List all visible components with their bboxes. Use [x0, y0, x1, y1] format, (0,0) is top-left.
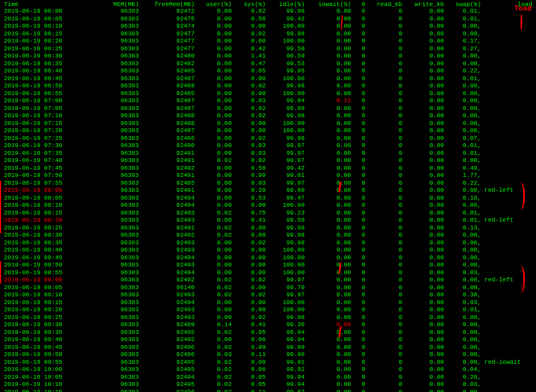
- cell-2-2: 92474: [140, 23, 196, 30]
- cell-35-6: 0.00: [306, 269, 353, 277]
- cell-22-6: 0.00: [306, 172, 353, 180]
- cell-10-11: [483, 82, 534, 90]
- cell-14-3: 0.00: [196, 112, 233, 120]
- cell-42-1: 96383: [95, 321, 140, 329]
- cell-9-10: 0.01,: [446, 75, 483, 83]
- cell-3-2: 92477: [140, 30, 196, 38]
- cell-47-11: red-iowait: [483, 359, 534, 367]
- cell-50-9: 0.00: [404, 381, 445, 389]
- cell-49-4: 0.05: [233, 374, 268, 381]
- table-row: 2019-06-19 06:0096383924720.000.0299.980…: [2, 8, 534, 15]
- cell-32-7: 0: [353, 247, 367, 254]
- cell-33-11: [483, 254, 534, 262]
- cell-50-0: 2019-06-19 10:10: [2, 381, 95, 389]
- cell-32-3: 0.00: [196, 247, 233, 254]
- cell-1-0: 2019-06-19 06:05: [2, 15, 95, 23]
- cell-10-3: 0.00: [196, 82, 233, 90]
- cell-51-1: 96383: [95, 389, 140, 393]
- cell-1-3: 0.00: [196, 15, 233, 23]
- col-header-iowait: iowait(%): [306, 1, 353, 8]
- cell-38-3: 0.02: [196, 291, 233, 299]
- table-row: 2019-06-19 09:0096383924920.020.0299.970…: [2, 276, 534, 284]
- cell-41-11: [483, 314, 534, 322]
- cell-34-9: 0.00: [404, 262, 445, 269]
- table-row: 2019-06-19 06:4096383924850.000.0599.950…: [2, 67, 534, 75]
- cell-3-6: 0.00: [306, 30, 353, 38]
- cell-42-2: 92489: [140, 321, 196, 329]
- table-row: 2019-06-19 06:1596383924770.000.0299.980…: [2, 30, 534, 38]
- cell-25-11: [483, 195, 534, 202]
- cell-22-1: 96383: [95, 172, 140, 180]
- cell-47-1: 96383: [95, 359, 140, 367]
- cell-13-3: 0.00: [196, 105, 233, 113]
- cell-28-4: 0.41: [233, 217, 268, 224]
- table-row: 2019-06-19 08:3096383924920.020.0099.980…: [2, 232, 534, 239]
- cell-21-2: 92492: [140, 165, 196, 173]
- cell-41-0: 2019-06-19 09:25: [2, 314, 95, 322]
- cell-12-8: 0: [367, 97, 404, 105]
- cell-39-3: 0.00: [196, 299, 233, 307]
- cell-26-11: [483, 202, 534, 210]
- cell-21-4: 0.58: [233, 165, 268, 173]
- cell-17-7: 0: [353, 135, 367, 143]
- cell-23-8: 0: [367, 180, 404, 187]
- cell-49-6: 0.00: [306, 374, 353, 381]
- table-row: 2019-06-19 08:1596383924930.020.7599.230…: [2, 210, 534, 217]
- cell-28-1: 96383: [95, 217, 140, 224]
- cell-28-8: 0: [367, 217, 404, 224]
- cell-18-7: 0: [353, 142, 367, 150]
- cell-26-10: 0.08,: [446, 202, 483, 210]
- cell-24-5: 99.80: [267, 187, 306, 195]
- cell-48-2: 92495: [140, 366, 196, 374]
- cell-20-6: 0.00: [306, 157, 353, 165]
- cell-37-3: 0.02: [196, 284, 233, 292]
- cell-36-9: 0.00: [404, 276, 445, 284]
- cell-10-9: 0.00: [404, 82, 445, 90]
- cell-2-4: 0.00: [233, 23, 268, 30]
- cell-42-11: [483, 321, 534, 329]
- cell-43-2: 92495: [140, 329, 196, 337]
- cell-16-11: [483, 127, 534, 135]
- cell-12-3: 0.00: [196, 97, 233, 105]
- cell-18-9: 0.00: [404, 142, 445, 150]
- cell-20-1: 96383: [95, 157, 140, 165]
- cell-23-4: 0.03: [233, 180, 268, 187]
- cell-19-2: 92491: [140, 150, 196, 158]
- cell-15-11: [483, 120, 534, 128]
- cell-25-4: 0.53: [233, 195, 268, 202]
- cell-13-6: 0.00: [306, 105, 353, 113]
- cell-42-4: 0.41: [233, 321, 268, 329]
- cell-28-3: 0.00: [196, 217, 233, 224]
- cell-3-1: 96383: [95, 30, 140, 38]
- cell-35-0: 2019-06-19 08:55: [2, 269, 95, 277]
- cell-6-6: 0.00: [306, 53, 353, 60]
- cell-37-10: 0.00,: [446, 284, 483, 292]
- cell-50-11: [483, 381, 534, 389]
- cell-35-5: 100.00: [267, 269, 306, 277]
- cell-24-10: 0.00,: [446, 187, 483, 195]
- cell-10-1: 96383: [95, 82, 140, 90]
- cell-12-6: 0.12: [306, 97, 353, 105]
- table-row: 2019-06-19 10:1096383924950.020.0599.940…: [2, 381, 534, 389]
- cell-51-5: 99.87: [267, 389, 306, 393]
- cell-28-11: red-left: [483, 217, 534, 224]
- cell-39-10: 0.03,: [446, 299, 483, 307]
- cell-44-8: 0: [367, 336, 404, 344]
- cell-34-1: 96383: [95, 262, 140, 269]
- cell-8-1: 96383: [95, 67, 140, 75]
- cell-5-1: 96383: [95, 45, 140, 53]
- cell-30-4: 0.00: [233, 232, 268, 239]
- table-row: 2019-06-19 09:5096383924960.030.1199.860…: [2, 351, 534, 359]
- table-row: 2019-06-19 07:0596383924870.000.0299.980…: [2, 105, 534, 113]
- cell-41-9: 0.00: [404, 314, 445, 322]
- cell-48-6: 0.00: [306, 366, 353, 374]
- cell-23-3: 0.00: [196, 180, 233, 187]
- cell-3-4: 0.02: [233, 30, 268, 38]
- cell-5-7: 0: [353, 45, 367, 53]
- cell-7-0: 2019-06-19 06:35: [2, 60, 95, 68]
- cell-49-8: 0: [367, 374, 404, 381]
- cell-43-8: 0: [367, 329, 404, 337]
- cell-50-7: 0: [353, 381, 367, 389]
- cell-16-10: 0.08,: [446, 127, 483, 135]
- cell-3-8: 0: [367, 30, 404, 38]
